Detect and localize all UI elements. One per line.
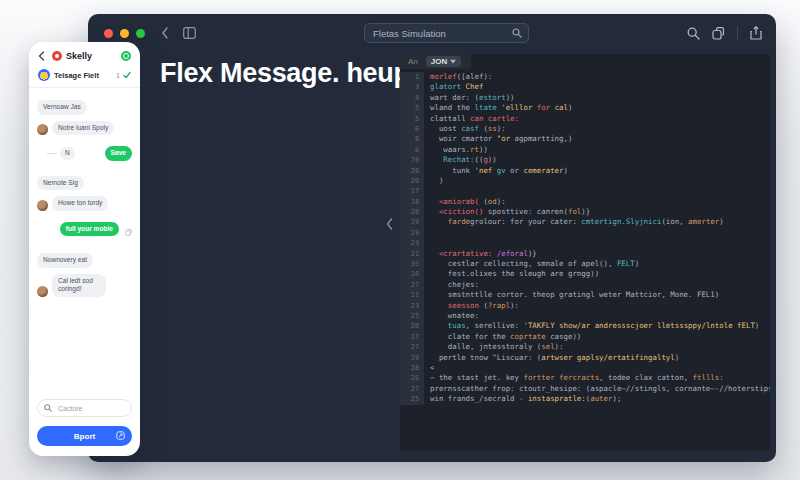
code-line[interactable]: 17 clate for the coprtate casge))	[400, 332, 770, 342]
address-search-input[interactable]	[371, 27, 512, 40]
back-icon[interactable]	[161, 27, 169, 39]
code-line[interactable]: 27prernsscather frop: ctoutr_hesipe: (as…	[400, 384, 770, 394]
code-text: cestlar cellecting, smnale of apel(), FE…	[424, 259, 639, 269]
code-line[interactable]: 25win frands_/secrald - instaspratle:(au…	[400, 394, 770, 404]
code-line[interactable]: 17	[400, 186, 770, 196]
code-line[interactable]: 28 <ciction() sposttive: canren(fol)}	[400, 207, 770, 217]
share-icon[interactable]	[750, 26, 762, 40]
search-icon[interactable]	[687, 27, 700, 40]
chevron-down-icon	[450, 59, 456, 64]
sidebar-toggle-icon[interactable]	[183, 27, 196, 39]
chat-bubble-incoming[interactable]: Howe ton tordy	[52, 196, 108, 211]
code-line[interactable]: 5clattall can cartle:	[400, 114, 770, 124]
line-number: 23	[400, 301, 424, 311]
contact-avatar	[38, 69, 50, 81]
titlebar	[88, 14, 776, 52]
chat-bubble-incoming[interactable]: Vernoaw Jas	[37, 100, 87, 115]
panel-collapse-chevron-icon[interactable]	[386, 218, 393, 230]
code-line[interactable]: 29 fardegrolour: for your cater: cmterti…	[400, 217, 770, 227]
chat-bubble-incoming[interactable]: N	[60, 147, 75, 160]
code-line[interactable]: 20 tuas, serellive: 'TAKFLY show/ar andr…	[400, 321, 770, 331]
code-text: chejes:	[424, 280, 479, 290]
minimize-window-button[interactable]	[120, 29, 129, 38]
code-line[interactable]: 6 waars.rt))	[400, 145, 770, 155]
unread-count-badge: 1	[116, 72, 120, 79]
code-text: tunk 'nef gv or cemerater)	[424, 166, 568, 176]
code-line[interactable]: 70 Rechat:((g))	[400, 155, 770, 165]
chat-message-row: Howe ton tordy	[37, 196, 132, 211]
code-line[interactable]: 29	[400, 228, 770, 238]
app-logo-icon	[52, 51, 62, 61]
code-line[interactable]: 5wland the ltate 'elllor for cal)	[400, 103, 770, 113]
chat-bubble-incoming[interactable]: Notre luani Spoly	[52, 121, 114, 136]
code-line[interactable]: 23	[400, 238, 770, 248]
code-line[interactable]: 6 uost casf (ss):	[400, 124, 770, 134]
code-line[interactable]: 3glatort Chef	[400, 82, 770, 92]
line-number: 29	[400, 228, 424, 238]
window-controls	[104, 29, 145, 38]
code-text: woir cmartor "or agpmartting,)	[424, 134, 572, 144]
chat-message-row: NSave	[37, 146, 132, 161]
code-line[interactable]: 28<	[400, 363, 770, 373]
chat-search-bar[interactable]	[37, 399, 132, 417]
back-icon[interactable]	[38, 51, 45, 61]
chat-bubble-incoming[interactable]: Cal ledt sod coringd!	[52, 274, 106, 297]
code-line[interactable]: 25 wnatee:	[400, 311, 770, 321]
line-number: 29	[400, 217, 424, 227]
line-number: 5	[400, 114, 424, 124]
code-line[interactable]: 21 <crartative: /eforal)}	[400, 249, 770, 259]
code-line[interactable]: 26— the stast jet. key fortter fercracts…	[400, 373, 770, 383]
line-number: 70	[400, 155, 424, 165]
export-icon	[116, 431, 125, 440]
code-line[interactable]: 35 cestlar cellecting, smnale of apel(),…	[400, 259, 770, 269]
code-text: )	[424, 176, 443, 186]
chat-bubble-incoming[interactable]: Nownovery eat	[37, 253, 93, 268]
chat-bubble-outgoing[interactable]: full your moble	[60, 222, 119, 237]
chat-header: Skelly	[29, 42, 140, 66]
maximize-window-button[interactable]	[136, 29, 145, 38]
chat-search-input[interactable]	[56, 404, 125, 413]
typing-line	[47, 153, 57, 154]
tab-json[interactable]: JON	[426, 56, 461, 67]
close-window-button[interactable]	[104, 29, 113, 38]
code-line[interactable]: 29 pertle tnow "Liscuar: (artwser gaplsy…	[400, 353, 770, 363]
line-number: 20	[400, 321, 424, 331]
line-number: 25	[400, 311, 424, 321]
chat-bubble-outgoing[interactable]: Save	[105, 146, 132, 161]
line-number: 25	[400, 394, 424, 404]
sender-avatar	[37, 124, 48, 135]
code-line[interactable]: 10 fest.olixes the sleugh are grngg))	[400, 269, 770, 279]
line-number: 3	[400, 82, 424, 92]
code-line[interactable]: 8 woir cmartor "or agpmartting,)	[400, 134, 770, 144]
code-text	[424, 238, 430, 248]
tab-an[interactable]: An	[408, 57, 418, 66]
code-line[interactable]: 27 chejes:	[400, 280, 770, 290]
line-number: 5	[400, 103, 424, 113]
chat-bubble-incoming[interactable]: Nernote Sig	[37, 176, 84, 191]
toolbar-divider	[737, 26, 738, 40]
code-line[interactable]: 18 <aniorab( (od):	[400, 197, 770, 207]
code-text: glatort Chef	[424, 82, 483, 92]
code-line[interactable]: 27 dalle, jntesstoraly (sel):	[400, 342, 770, 352]
line-number: 17	[400, 332, 424, 342]
code-line-list[interactable]: 1morlef([alef):3glatort Chef4wart der: (…	[400, 69, 770, 405]
line-number: 27	[400, 280, 424, 290]
code-line[interactable]: 1morlef([alef):	[400, 72, 770, 82]
message-copy-icon[interactable]	[125, 229, 132, 236]
online-status-icon	[121, 51, 131, 61]
sender-avatar	[37, 200, 48, 211]
contact-row[interactable]: Telsage Fielt 1	[29, 66, 140, 88]
export-button[interactable]: Bport	[37, 426, 132, 446]
code-line[interactable]: 28 tunk 'nef gv or cemerater)	[400, 166, 770, 176]
code-line[interactable]: 20 )	[400, 176, 770, 186]
code-line[interactable]: 23 seesson (?rapl):	[400, 301, 770, 311]
code-line[interactable]: 4wart der: (estort))	[400, 93, 770, 103]
code-line[interactable]: 11 smstnttlle cortor. theop gratingl wet…	[400, 290, 770, 300]
line-number: 23	[400, 238, 424, 248]
line-number: 26	[400, 373, 424, 383]
copy-link-icon[interactable]	[712, 27, 725, 40]
code-text: dalle, jntesstoraly (sel):	[424, 342, 564, 352]
search-icon	[512, 28, 522, 38]
address-search-bar[interactable]	[364, 23, 529, 43]
code-text: smstnttlle cortor. theop gratingl weter …	[424, 290, 719, 300]
